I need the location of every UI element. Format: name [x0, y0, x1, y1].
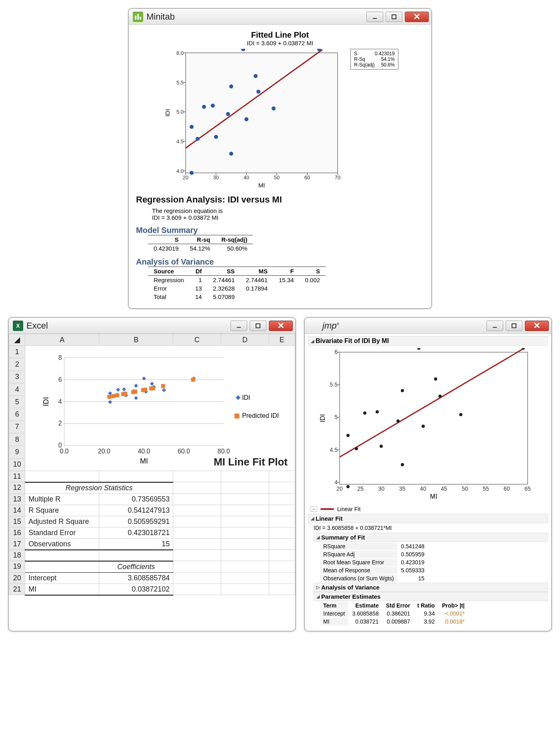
minimize-button[interactable] — [486, 321, 503, 331]
minitab-titlebar[interactable]: Minitab ✕ — [129, 9, 431, 25]
disclosure-icon[interactable]: ◢ — [311, 516, 314, 521]
row-header[interactable]: 19 — [9, 561, 25, 573]
regression-heading: Regression Analysis: IDI versus MI — [136, 195, 424, 205]
disclosure-icon[interactable]: ▷ — [316, 585, 320, 590]
cell[interactable]: Intercept — [25, 572, 99, 584]
jmp-titlebar[interactable]: jmp® ✕ — [305, 318, 551, 334]
col-header-c[interactable]: C — [173, 334, 221, 346]
parameter-estimates-heading[interactable]: ◢Parameter Estimates — [314, 592, 548, 601]
svg-rect-48 — [36, 346, 284, 469]
row-header[interactable]: 11 — [9, 471, 25, 482]
col-header-a[interactable]: A — [25, 334, 99, 346]
legend-s-value: 0.423019 — [375, 51, 395, 56]
row-header[interactable]: 17 — [9, 538, 25, 550]
svg-rect-73 — [143, 388, 147, 392]
svg-rect-2 — [140, 17, 141, 20]
svg-rect-3 — [373, 18, 377, 19]
model-summary-heading: Model Summary — [136, 226, 424, 235]
cell[interactable]: MI — [25, 584, 99, 595]
cell[interactable]: 0.73569553 — [99, 493, 173, 505]
disclosure-icon[interactable]: ◢ — [316, 535, 320, 540]
svg-rect-80 — [512, 324, 516, 328]
minimize-button[interactable] — [366, 12, 383, 22]
row-header[interactable]: 14 — [9, 505, 25, 516]
legend-rsq-label: R-Sq — [354, 56, 365, 62]
row-header[interactable]: 12 — [9, 482, 25, 494]
anova-heading[interactable]: ▷Analysis of Variance — [314, 583, 548, 592]
svg-text:60: 60 — [504, 485, 510, 492]
row-header[interactable]: 2 — [9, 358, 25, 371]
row-header[interactable]: 13 — [9, 493, 25, 505]
row-header[interactable]: 1 — [9, 346, 25, 358]
y-axis-label: IDI — [319, 414, 326, 422]
svg-text:5.5: 5.5 — [330, 381, 338, 388]
minitab-chart: Fitted Line Plot IDI = 3.609 + 0.03872 M… — [136, 30, 424, 189]
row-header[interactable]: 15 — [9, 516, 25, 527]
col-header-e[interactable]: E — [269, 334, 295, 346]
row-header[interactable]: 9 — [9, 446, 25, 458]
cell[interactable]: 3.608585784 — [99, 572, 173, 584]
excel-spreadsheet[interactable]: ◢ A B C D E 1 — [9, 334, 295, 596]
cell[interactable]: 0.541247913 — [99, 505, 173, 516]
svg-text:4: 4 — [58, 398, 62, 405]
cell[interactable]: 0.423018721 — [99, 527, 173, 538]
svg-point-104 — [346, 434, 350, 437]
bivariate-heading[interactable]: ◢Bivariate Fit of IDI By MI — [308, 336, 548, 346]
summary-of-fit-table: RSquare0.541248 RSquare Adj0.505959 Root… — [319, 542, 428, 583]
linear-fit-heading[interactable]: ◢Linear Fit — [308, 514, 548, 523]
summary-of-fit-heading[interactable]: ◢Summary of Fit — [314, 533, 548, 542]
corner-cell[interactable]: ◢ — [9, 334, 25, 346]
row-header[interactable]: 3 — [9, 371, 25, 383]
row-header[interactable]: 10 — [9, 458, 25, 471]
cell[interactable]: 0.505959291 — [99, 516, 173, 527]
col-header-d[interactable]: D — [221, 334, 269, 346]
svg-rect-5 — [186, 53, 338, 173]
cell[interactable]: Standard Error — [25, 527, 99, 538]
linear-fit-legend[interactable]: − Linear Fit — [308, 504, 548, 514]
svg-text:8: 8 — [58, 354, 62, 361]
svg-point-108 — [380, 445, 383, 448]
row-header[interactable]: 20 — [9, 572, 25, 584]
disclosure-icon[interactable]: ◢ — [311, 339, 314, 344]
row-header[interactable]: 4 — [9, 383, 25, 395]
cell[interactable]: 15 — [99, 538, 173, 550]
close-button[interactable]: ✕ — [269, 321, 293, 331]
svg-point-40 — [254, 74, 258, 78]
svg-text:65: 65 — [524, 485, 531, 492]
row-header[interactable]: 18 — [9, 550, 25, 561]
row-header[interactable]: 16 — [9, 527, 25, 538]
toggle-icon[interactable]: − — [310, 506, 317, 512]
svg-text:4.5: 4.5 — [176, 138, 184, 144]
cell[interactable]: 0.03872102 — [99, 584, 173, 595]
row-header[interactable]: 8 — [9, 433, 25, 446]
jmp-icon — [309, 321, 319, 331]
row-header[interactable]: 21 — [9, 584, 25, 595]
coefficients-header[interactable]: Coefficients — [99, 561, 173, 573]
col-header-b[interactable]: B — [99, 334, 173, 346]
close-button[interactable]: ✕ — [405, 12, 429, 22]
svg-text:6: 6 — [58, 376, 62, 383]
disclosure-icon[interactable]: ◢ — [316, 594, 320, 599]
cell[interactable]: Multiple R — [25, 493, 99, 505]
row-header[interactable]: 7 — [9, 421, 25, 433]
svg-text:20: 20 — [336, 485, 343, 492]
cell[interactable]: Observations — [25, 538, 99, 550]
maximize-button[interactable] — [250, 321, 266, 331]
cell[interactable]: Adjusted R Square — [25, 516, 99, 527]
excel-app-name: Excel — [26, 321, 230, 331]
svg-text:60: 60 — [304, 174, 310, 180]
svg-text:5.0: 5.0 — [176, 109, 184, 115]
close-button[interactable]: ✕ — [525, 321, 549, 331]
maximize-button[interactable] — [386, 12, 402, 22]
svg-text:40.0: 40.0 — [138, 448, 150, 455]
svg-text:30: 30 — [213, 174, 219, 180]
minimize-button[interactable] — [230, 321, 247, 331]
maximize-button[interactable] — [506, 321, 522, 331]
svg-point-29 — [190, 171, 194, 175]
row-header[interactable]: 6 — [9, 408, 25, 421]
row-header[interactable]: 5 — [9, 396, 25, 408]
y-axis-label: IDI — [164, 109, 171, 116]
excel-titlebar[interactable]: X Excel ✕ — [9, 318, 295, 334]
cell[interactable]: R Square — [25, 505, 99, 516]
regression-stats-header[interactable]: Regression Statistics — [25, 482, 173, 494]
